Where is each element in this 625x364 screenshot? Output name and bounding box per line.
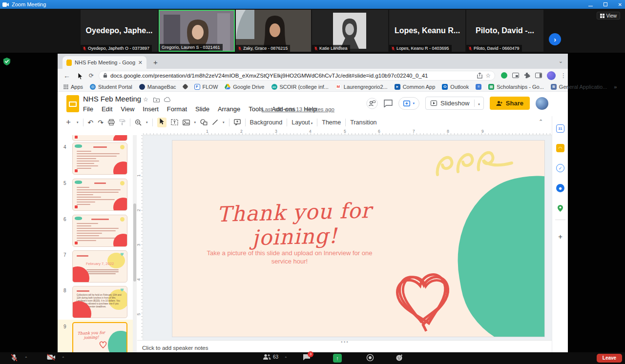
address-bar[interactable]: docs.google.com/presentation/d/1m8h2zeV2…	[99, 71, 495, 81]
undo-button[interactable]: ↶	[88, 119, 94, 126]
current-slide[interactable]: Thank you for joining! Take a picture of…	[172, 140, 545, 337]
menu-file[interactable]: File	[83, 105, 93, 113]
paint-format-button[interactable]	[119, 119, 125, 125]
apps-shortcut[interactable]: Apps	[63, 84, 83, 90]
tasks-icon[interactable]: ✓	[556, 164, 564, 172]
picture-in-picture-icon[interactable]	[512, 73, 519, 78]
slide-thumbnail-8[interactable]: Collections will be held on February 10t…	[72, 286, 127, 318]
participant-tile-active-speaker[interactable]: Gregorio, Lauren S - 0321461	[159, 10, 235, 52]
bookmark-scholarships[interactable]: ▦Scholarships - Go...	[488, 84, 544, 90]
zoom-caret[interactable]: ▾	[146, 121, 148, 124]
browser-tab[interactable]: NHS Feb Meeting - Google Sli ✕	[62, 56, 146, 69]
transition-button[interactable]: Transition	[350, 119, 376, 126]
bookmark-general-applications[interactable]: ≋General Applicatio...	[551, 84, 607, 90]
maximize-button[interactable]	[604, 2, 607, 7]
slides-home-icon[interactable]	[66, 95, 79, 112]
unmute-button[interactable]	[11, 354, 18, 362]
menu-edit[interactable]: Edit	[102, 105, 112, 113]
insert-shape-button[interactable]	[200, 119, 208, 125]
view-button[interactable]: View	[597, 12, 621, 20]
bookmark-outlook[interactable]: OOutlook	[442, 84, 469, 90]
calendar-icon[interactable]: 31	[556, 124, 564, 133]
start-video-button[interactable]	[47, 354, 56, 361]
extension-grammarly-icon[interactable]	[501, 72, 507, 79]
slide-subtitle-text[interactable]: Take a picture of this slide and upload …	[199, 249, 380, 265]
speaker-notes[interactable]: Click to add speaker notes	[137, 344, 552, 352]
account-avatar[interactable]	[536, 97, 548, 110]
tab-close-icon[interactable]: ✕	[138, 60, 143, 66]
bookmark-unlabeled-tag[interactable]	[183, 84, 188, 89]
forward-button[interactable]: →	[76, 72, 83, 80]
browser-profile-avatar[interactable]	[547, 71, 556, 80]
browser-menu-icon[interactable]: ⋮	[561, 72, 566, 79]
maps-icon[interactable]	[556, 204, 564, 212]
bookmark-managebac[interactable]: ManageBac	[139, 84, 176, 90]
share-page-icon[interactable]	[477, 73, 482, 79]
bookmark-star-icon[interactable]: ☆	[485, 72, 491, 79]
move-folder-icon[interactable]	[153, 97, 160, 102]
next-participants-button[interactable]: ›	[549, 33, 561, 45]
reload-button[interactable]: ⟳	[89, 72, 94, 79]
line-caret[interactable]: ▾	[223, 121, 225, 124]
leave-button[interactable]: Leave	[597, 354, 622, 363]
layout-button[interactable]: Layout ▾	[292, 119, 312, 126]
record-button[interactable]	[366, 354, 374, 362]
video-options-chevron[interactable]: ⌃	[62, 356, 65, 361]
slide-title-text[interactable]: Thank you for joining!	[191, 198, 397, 252]
redo-button[interactable]: ↷	[98, 119, 104, 126]
contacts-icon[interactable]: ☻	[556, 184, 564, 192]
reactions-button[interactable]	[396, 354, 403, 362]
bookmark-google-drive[interactable]: Google Drive	[225, 84, 264, 90]
present-to-meeting-button[interactable]: ▾	[398, 97, 420, 110]
participant-tile[interactable]: Piloto, David -... Piloto, David - 06604…	[466, 10, 543, 52]
slide-thumbnail-7[interactable]: February 7, 2022	[72, 250, 127, 283]
bookmark-scoir[interactable]: coSCOIR (college inf...	[271, 84, 329, 90]
menu-slide[interactable]: Slide	[195, 105, 209, 113]
slide-thumbnail-4[interactable]	[72, 142, 127, 175]
keep-icon[interactable]: ◠	[556, 144, 564, 152]
bookmark-gmail[interactable]: MLaurengregorio2...	[335, 84, 388, 90]
slide-thumbnail-9-selected[interactable]: Thank you for joining!	[72, 322, 127, 352]
new-slide-caret[interactable]: ▾	[77, 121, 79, 124]
menu-view[interactable]: View	[121, 105, 134, 113]
new-slide-button[interactable]: ＋	[64, 117, 72, 127]
document-title[interactable]: NHS Feb Meeting	[83, 95, 141, 103]
bookmark-unlabeled-docs[interactable]: ≡	[476, 84, 481, 90]
window-chevron-icon[interactable]: ⌄	[559, 58, 563, 64]
filmstrip-scrollbar[interactable]	[133, 135, 137, 352]
participant-tile[interactable]: Lopes, Keanu R... Lopes, Keanu R - 04036…	[389, 10, 465, 52]
side-panel-icon[interactable]	[535, 73, 542, 78]
slide-thumbnail-3[interactable]	[72, 135, 127, 141]
close-button[interactable]: ✕	[618, 2, 622, 7]
get-addons-button[interactable]: ＋	[556, 232, 564, 241]
presentation-history-icon[interactable]	[366, 98, 378, 109]
participants-button[interactable]: 63	[263, 354, 278, 360]
cloud-status-icon[interactable]	[164, 97, 171, 102]
image-caret[interactable]: ▾	[194, 121, 196, 124]
extensions-puzzle-icon[interactable]	[524, 72, 530, 79]
back-button[interactable]: ←	[63, 72, 70, 80]
notes-resize-handle[interactable]: • • •	[137, 340, 552, 344]
star-document-icon[interactable]: ☆	[143, 96, 148, 103]
bookmark-student-portal[interactable]: ◎Student Portal	[90, 84, 132, 90]
share-screen-button[interactable]: ↑	[333, 354, 342, 363]
menu-format[interactable]: Format	[167, 105, 187, 113]
last-edit-link[interactable]: Last edit was 13 minutes ago	[262, 106, 334, 112]
bookmark-common-app[interactable]: ▸Common App	[395, 84, 436, 90]
participant-tile[interactable]: Oyedepo, Japhe... Oyedepo, Japheth O - 0…	[81, 10, 158, 52]
participant-tile[interactable]: Katie Landsea	[312, 10, 388, 52]
slideshow-button[interactable]: Slideshow ▾	[425, 97, 484, 110]
zoom-tool-button[interactable]	[135, 119, 142, 126]
menu-tools[interactable]: Tools	[249, 105, 263, 113]
text-box-button[interactable]	[171, 119, 178, 125]
new-tab-button[interactable]: +	[153, 58, 158, 66]
theme-button[interactable]: Theme	[322, 119, 341, 126]
participant-tile[interactable]: Zaky, Grace - 0876215	[236, 10, 311, 52]
comments-icon[interactable]	[384, 100, 393, 107]
hide-menus-chevron[interactable]: ⌃	[539, 119, 543, 125]
minimize-button[interactable]	[588, 2, 593, 7]
bookmark-flow[interactable]: FFLOW	[194, 84, 218, 90]
select-tool-button[interactable]	[157, 118, 167, 127]
share-button[interactable]: Share	[490, 97, 530, 110]
insert-line-button[interactable]	[212, 119, 218, 125]
